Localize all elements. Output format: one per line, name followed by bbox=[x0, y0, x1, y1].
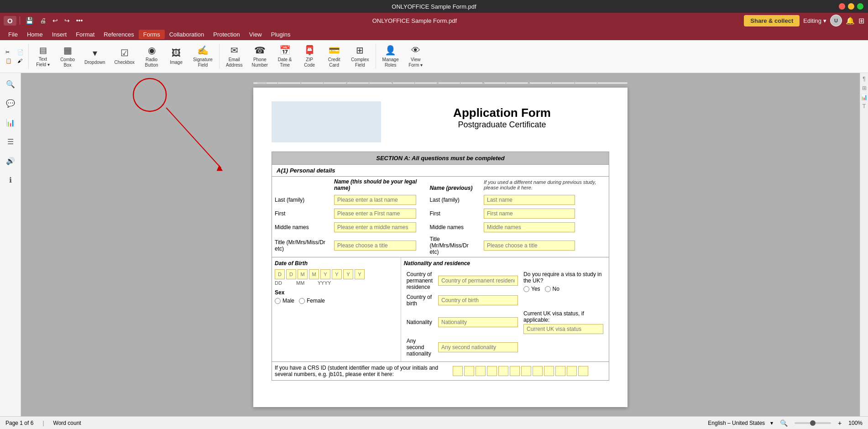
checkbox-button[interactable]: ☑ Checkbox bbox=[111, 42, 138, 71]
zip-code-button[interactable]: 📮 ZIPCode bbox=[298, 42, 321, 71]
crs-box-8[interactable] bbox=[533, 366, 543, 376]
month1-box[interactable]: M bbox=[298, 269, 308, 279]
radio-button-button[interactable]: ◉ RadioButton bbox=[140, 42, 163, 71]
email-address-button[interactable]: ✉ EmailAddress bbox=[222, 42, 246, 71]
maximize-button[interactable] bbox=[857, 3, 863, 10]
menu-references[interactable]: References bbox=[99, 30, 138, 39]
menu-plugins[interactable]: Plugins bbox=[267, 30, 295, 39]
paste-button[interactable]: 📄 bbox=[16, 48, 26, 56]
sex-male-radio[interactable] bbox=[275, 298, 281, 304]
menu-insert[interactable]: Insert bbox=[47, 30, 72, 39]
crs-box-11[interactable] bbox=[567, 366, 577, 376]
sex-female-radio[interactable] bbox=[299, 298, 305, 304]
combo-box-button[interactable]: ▦ ComboBox bbox=[56, 42, 79, 71]
crs-box-4[interactable] bbox=[487, 366, 497, 376]
menu-collaboration[interactable]: Collaboration bbox=[165, 30, 209, 39]
share-collect-button[interactable]: Share & collect bbox=[744, 15, 800, 26]
visa-yes-radio[interactable] bbox=[523, 286, 529, 292]
middle-names-input[interactable] bbox=[334, 222, 416, 232]
year2-box[interactable]: Y bbox=[332, 269, 342, 279]
editing-button[interactable]: Editing ▾ bbox=[803, 17, 826, 24]
crs-box-7[interactable] bbox=[521, 366, 531, 376]
menu-forms[interactable]: Forms bbox=[139, 30, 165, 39]
sidebar-search-button[interactable]: 🔍 bbox=[2, 76, 19, 92]
year3-box[interactable]: Y bbox=[343, 269, 353, 279]
first-name-input[interactable] bbox=[334, 209, 416, 219]
right-sidebar-grid-icon[interactable]: ⊞ bbox=[862, 85, 867, 91]
right-sidebar-paragraph-icon[interactable]: ¶ bbox=[863, 76, 865, 82]
crs-box-12[interactable] bbox=[578, 366, 588, 376]
sex-female-option[interactable]: Female bbox=[299, 298, 325, 304]
year1-box[interactable]: Y bbox=[320, 269, 330, 279]
crs-box-1[interactable] bbox=[453, 366, 463, 376]
image-button[interactable]: 🖼 Image bbox=[165, 42, 188, 71]
sex-male-option[interactable]: Male bbox=[275, 298, 294, 304]
right-sidebar-chart-icon[interactable]: 📊 bbox=[861, 94, 868, 100]
visa-no-option[interactable]: No bbox=[545, 286, 559, 292]
sidebar-info-button[interactable]: ℹ bbox=[2, 172, 19, 188]
country-permanent-input[interactable] bbox=[438, 276, 518, 286]
zoom-out-button[interactable]: 🔍 bbox=[779, 419, 789, 427]
nationality-input[interactable] bbox=[438, 317, 518, 327]
sidebar-headings-button[interactable]: ☰ bbox=[2, 133, 19, 150]
window-controls[interactable] bbox=[839, 3, 863, 10]
document-area[interactable]: │ 1 │ 2 │ 3 │ 4 │ 5 │ 6 │ 7 │ bbox=[21, 73, 860, 416]
last-name-prev-input[interactable] bbox=[484, 195, 575, 205]
view-form-button[interactable]: 👁 ViewForm ▾ bbox=[404, 42, 427, 71]
crs-box-9[interactable] bbox=[544, 366, 554, 376]
crs-box-2[interactable] bbox=[464, 366, 474, 376]
crs-box-10[interactable] bbox=[555, 366, 565, 376]
day1-box[interactable]: D bbox=[275, 269, 285, 279]
minimize-button[interactable] bbox=[848, 3, 854, 10]
undo-button[interactable]: ↩ bbox=[50, 16, 60, 26]
month2-box[interactable]: M bbox=[309, 269, 319, 279]
user-avatar[interactable]: U bbox=[830, 15, 842, 26]
visa-no-radio[interactable] bbox=[545, 286, 551, 292]
logo-button[interactable]: O bbox=[4, 16, 16, 26]
menu-protection[interactable]: Protection bbox=[209, 30, 245, 39]
cut-button[interactable]: ✂ bbox=[4, 48, 14, 56]
format-painter-button[interactable]: 🖌 bbox=[16, 57, 26, 64]
credit-card-button[interactable]: 💳 CreditCard bbox=[323, 42, 345, 71]
crs-box-5[interactable] bbox=[498, 366, 508, 376]
year4-box[interactable]: Y bbox=[355, 269, 365, 279]
menu-format[interactable]: Format bbox=[71, 30, 99, 39]
zoom-in-button[interactable]: + bbox=[837, 419, 843, 427]
visa-yes-option[interactable]: Yes bbox=[523, 286, 540, 292]
complex-field-button[interactable]: ⊞ ComplexField bbox=[347, 42, 372, 71]
menu-home[interactable]: Home bbox=[22, 30, 47, 39]
phone-number-button[interactable]: ☎ PhoneNumber bbox=[248, 42, 272, 71]
country-birth-input[interactable] bbox=[438, 295, 518, 305]
title-prev-input[interactable] bbox=[484, 241, 575, 251]
right-sidebar-text-icon[interactable]: T bbox=[863, 103, 866, 110]
crs-box-3[interactable] bbox=[476, 366, 486, 376]
notifications-button[interactable]: 🔔 bbox=[846, 16, 855, 25]
sidebar-comments-button[interactable]: 💬 bbox=[2, 95, 19, 111]
middle-names-prev-input[interactable] bbox=[484, 222, 575, 232]
sidebar-audio-button[interactable]: 🔊 bbox=[2, 152, 19, 169]
crs-box-6[interactable] bbox=[510, 366, 520, 376]
save-button[interactable]: 💾 bbox=[23, 16, 36, 26]
layout-button[interactable]: ⊞ bbox=[858, 16, 864, 25]
close-button[interactable] bbox=[839, 3, 845, 10]
word-count-label[interactable]: Word count bbox=[53, 420, 81, 426]
last-name-input[interactable] bbox=[334, 195, 416, 205]
uk-visa-input[interactable] bbox=[523, 324, 603, 334]
more-button[interactable]: ••• bbox=[74, 16, 85, 26]
language-selector[interactable]: English – United States bbox=[708, 420, 765, 426]
title-input[interactable] bbox=[334, 241, 416, 251]
redo-button[interactable]: ↪ bbox=[62, 16, 72, 26]
first-name-prev-input[interactable] bbox=[484, 209, 575, 219]
signature-field-button[interactable]: ✍ SignatureField bbox=[189, 42, 216, 71]
date-time-button[interactable]: 📅 Date &Time bbox=[273, 42, 296, 71]
zoom-slider[interactable] bbox=[795, 422, 831, 424]
manage-roles-button[interactable]: 👤 ManageRoles bbox=[379, 42, 403, 71]
dropdown-button[interactable]: ▾ Dropdown bbox=[81, 42, 109, 71]
print-button[interactable]: 🖨 bbox=[37, 16, 48, 26]
menu-view[interactable]: View bbox=[245, 30, 267, 39]
sidebar-track-button[interactable]: 📊 bbox=[2, 114, 19, 131]
day2-box[interactable]: D bbox=[286, 269, 296, 279]
text-field-button[interactable]: ▤ TextField ▾ bbox=[31, 42, 54, 71]
second-nationality-input[interactable] bbox=[438, 342, 518, 352]
menu-file[interactable]: File bbox=[4, 30, 22, 39]
